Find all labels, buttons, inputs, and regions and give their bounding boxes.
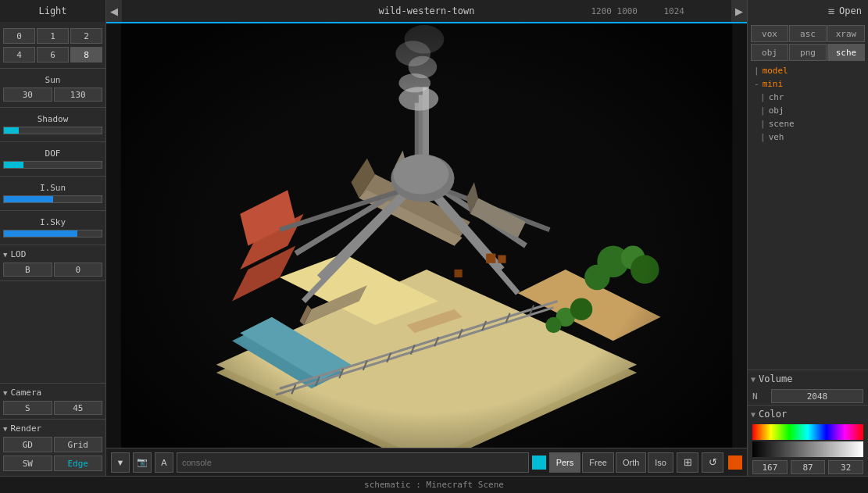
viewport-dims: 1200 1000 [591,6,638,16]
tree-scene[interactable]: | scene [751,117,865,130]
sun-val-2[interactable]: 130 [54,88,103,102]
color-r[interactable]: 167 [752,460,788,474]
tree-pipe-2: | [760,92,766,102]
tab-sche[interactable]: sche [827,44,865,61]
render-label: Render [10,423,41,434]
sun-val-1[interactable]: 30 [3,88,52,102]
viewport-title-area: ◀ wild-western-town 1200 1000 1024 ▶ [106,0,747,22]
render-gd[interactable]: GD [3,437,52,452]
lod-collapse[interactable]: ▼ LOD [0,248,105,261]
lod-b[interactable]: B [3,263,52,277]
scene-display [106,23,747,476]
view-buttons: Pers Free Orth Iso [549,452,673,473]
a-btn[interactable]: A [155,452,173,473]
tree-label-model: model [763,66,788,76]
down-arrow-btn[interactable]: ▼ [111,452,130,473]
orange-indicator [728,455,742,470]
tree-veh[interactable]: | veh [751,130,865,144]
tab-asc[interactable]: asc [789,25,827,42]
right-panel: vox asc xraw obj png sche | model - mini… [747,22,868,476]
volume-row: N 2048 [748,388,868,405]
view-free[interactable]: Free [582,452,614,473]
svg-rect-62 [121,23,732,476]
num-btn-1[interactable]: 1 [37,28,69,44]
camera-btn[interactable]: 📷 [133,452,152,473]
tree-obj[interactable]: | obj [751,104,865,117]
isky-section: I.Sky [0,213,105,242]
dof-section: DOF [0,145,105,173]
color-b[interactable]: 32 [828,460,863,474]
tab-png[interactable]: png [789,44,827,61]
render-edge[interactable]: Edge [54,455,103,471]
prev-button[interactable]: ◀ [106,0,122,22]
tree-label-obj: obj [769,105,784,116]
num-btn-2[interactable]: 2 [70,28,102,44]
num-btn-0[interactable]: 0 [3,28,35,44]
console-input[interactable] [177,452,529,473]
viewport-bottom-bar: ▼ 📷 A Pers Free Orth Iso ⊞ ↺ [106,448,747,476]
tree-label-mini: mini [763,79,784,89]
tree-pipe-1: | [754,66,759,76]
color-gray-bar [752,441,863,457]
color-title: Color [759,409,787,420]
view-orth[interactable]: Orth [616,452,646,473]
view-pers[interactable]: Pers [549,452,581,473]
isun-section: I.Sun [0,179,105,208]
isun-label: I.Sun [3,180,102,194]
lod-label: LOD [10,249,26,259]
isky-label: I.Sky [3,215,102,228]
next-button[interactable]: ▶ [731,0,747,22]
view-iso[interactable]: Iso [648,452,673,473]
file-type-tabs: vox asc xraw [748,22,868,42]
color-g[interactable]: 87 [791,460,826,474]
lod-row: B 0 [3,263,102,277]
vol-n-value[interactable]: 2048 [771,389,863,403]
volume-section: ▼ Volume N 2048 [748,370,868,405]
tree-model[interactable]: | model [751,64,865,77]
num-row-1: 0 1 2 [3,28,102,44]
render-arrow: ▼ [3,425,7,433]
tree-chr[interactable]: | chr [751,91,865,104]
num-btn-4[interactable]: 4 [3,47,35,63]
shadow-slider[interactable] [3,127,102,136]
tree-label-scene: scene [769,119,795,129]
sun-values: 30 130 [3,88,102,102]
num-btn-6[interactable]: 6 [37,47,69,63]
tree-label-chr: chr [769,92,784,102]
lod-arrow: ▼ [3,251,7,259]
sun-section: Sun 30 130 [0,71,105,105]
dof-label: DOF [3,146,102,159]
tab-xraw[interactable]: xraw [827,25,865,42]
render-collapse[interactable]: ▼ Render [0,422,105,435]
camera-s[interactable]: S [3,401,52,415]
prev-icon: ◀ [110,5,118,17]
camera-collapse[interactable]: ▼ Camera [0,386,105,399]
num-btn-8[interactable]: 8 [70,47,102,63]
vol-n-label: N [752,391,768,402]
render-grid[interactable]: Grid [54,437,103,452]
shadow-section: Shadow [0,110,105,139]
lod-val[interactable]: 0 [54,263,103,277]
tab-obj[interactable]: obj [751,44,788,61]
tree-pipe-4: | [760,119,766,129]
camera-val[interactable]: 45 [54,401,103,415]
tree-section: | model - mini | chr | obj | scene | veh [748,61,868,147]
color-values: 167 87 32 [748,459,868,476]
dof-slider[interactable] [3,161,102,170]
render-sw[interactable]: SW [3,455,52,471]
tab-vox[interactable]: vox [751,25,788,42]
tree-mini[interactable]: - mini [751,77,865,91]
right-panel-header: ≡ Open [747,0,868,22]
grid-icon-btn[interactable]: ⊞ [677,452,698,473]
isun-slider[interactable] [3,195,102,205]
color-gradient-bar [752,424,863,440]
number-section: 0 1 2 4 6 8 [0,25,105,66]
scene-name: wild-western-town [379,5,475,16]
reset-btn[interactable]: ↺ [702,452,723,473]
file-type-tabs-2: obj png sche [748,42,868,61]
status-bar: schematic : Minecraft Scene [0,476,868,493]
left-panel-title: Light [0,0,106,22]
volume-header: ▼ Volume [748,370,868,388]
isky-slider[interactable] [3,230,102,239]
shadow-label: Shadow [3,112,102,125]
